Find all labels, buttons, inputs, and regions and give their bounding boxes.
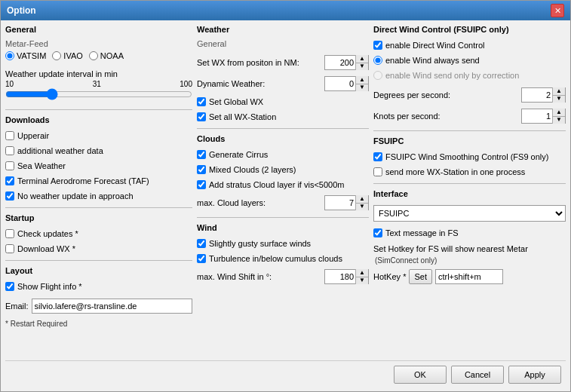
startup-download-wx[interactable]: Download WX * — [5, 244, 192, 253]
weather-title: Weather — [197, 25, 369, 34]
email-row: Email: — [5, 299, 192, 314]
text-message-fs[interactable]: Text message in FS — [373, 228, 566, 237]
max-wind-spinbox: ▲ ▼ — [324, 269, 369, 284]
slider-labels: 10 31 100 — [5, 80, 192, 88]
content-area: General Metar-Feed VATSIM IVAO — [1, 20, 570, 391]
interface-select[interactable]: FSUIPC SimConnect — [373, 205, 566, 222]
knots-value[interactable] — [522, 109, 552, 123]
left-panel: General Metar-Feed VATSIM IVAO — [5, 25, 192, 357]
knots-up-btn[interactable]: ▲ — [553, 109, 565, 117]
gusty-winds[interactable]: Slightly gusty surface winds — [197, 239, 369, 248]
turbulence[interactable]: Turbulence in/below cumulus clouds — [197, 254, 369, 263]
layout-show-flight-info[interactable]: Show Flight info * — [5, 282, 192, 291]
max-cloud-label: max. Cloud layers: — [197, 198, 321, 207]
max-cloud-spinbox: ▲ ▼ — [324, 195, 369, 210]
apply-button[interactable]: Apply — [508, 366, 561, 384]
degrees-spinbox: ▲ ▼ — [521, 87, 566, 103]
fsuipc-smoothing[interactable]: FSUIPC Wind Smoothing Control (FS9 only) — [373, 152, 566, 161]
max-cloud-row: max. Cloud layers: ▲ ▼ — [197, 195, 369, 210]
dl-upperair[interactable]: Upperair — [5, 131, 192, 140]
dl-additional-weather[interactable]: additional weather data — [5, 146, 192, 155]
hotkey-asterisk-label: HotKey * — [373, 272, 406, 281]
degrees-up-btn[interactable]: ▲ — [553, 87, 565, 96]
knots-row: Knots per second: ▲ ▼ — [373, 109, 566, 124]
close-button[interactable]: ✕ — [551, 4, 564, 17]
dl-taf[interactable]: Terminal Aerodrome Forecast (TAF) — [5, 176, 192, 185]
metar-feed-label: Metar-Feed — [5, 39, 192, 48]
radio-vatsim[interactable]: VATSIM — [5, 51, 46, 60]
email-input[interactable] — [32, 299, 192, 314]
degrees-down-btn[interactable]: ▼ — [553, 96, 565, 103]
wx-down-btn[interactable]: ▼ — [356, 63, 368, 71]
wind-title: Wind — [197, 223, 369, 232]
hotkey-row: HotKey * Set — [373, 269, 566, 284]
right-panel: Direct Wind Control (FSUIPC only) enable… — [373, 25, 566, 357]
set-global-wx[interactable]: Set Global WX — [197, 97, 369, 106]
dynamic-label: Dynamic Weather: — [197, 79, 321, 88]
max-wind-row: max. Wind Shift in °: ▲ ▼ — [197, 269, 369, 284]
email-label: Email: — [5, 302, 29, 311]
max-cloud-down-btn[interactable]: ▼ — [356, 204, 368, 211]
startup-check-updates[interactable]: Check updates * — [5, 229, 192, 238]
window-title: Option — [7, 5, 36, 16]
set-all-wx-station[interactable]: Set all WX-Station — [197, 112, 369, 121]
max-wind-up-btn[interactable]: ▲ — [356, 269, 368, 277]
dynamic-value[interactable] — [325, 77, 355, 90]
fsuipc-more-wx[interactable]: send more WX-Station in one process — [373, 167, 566, 176]
max-wind-value[interactable] — [325, 270, 355, 283]
simconnect-note: (SimConnect only) — [375, 256, 566, 265]
direct-wind-title: Direct Wind Control (FSUIPC only) — [373, 25, 566, 34]
downloads-title: Downloads — [5, 115, 192, 124]
clouds-title: Clouds — [197, 134, 369, 143]
enable-direct-wind[interactable]: enable Direct Wind Control — [373, 41, 566, 50]
max-cloud-value[interactable] — [325, 196, 355, 210]
radio-noaa[interactable]: NOAA — [89, 51, 124, 60]
weather-interval-slider[interactable] — [5, 89, 192, 100]
set-hotkey-button[interactable]: Set — [409, 269, 432, 284]
radio-ivao[interactable]: IVAO — [52, 51, 82, 60]
wx-position-row: Set WX from positon in NM: ▲ ▼ — [197, 55, 369, 70]
option-window: Option ✕ General Metar-Feed VATSIM — [0, 0, 571, 392]
hotkey-input[interactable] — [435, 269, 503, 284]
fsuipc-title: FSUIPC — [373, 136, 566, 145]
degrees-label: Degrees per second: — [373, 90, 518, 100]
knots-label: Knots per second: — [373, 112, 518, 121]
hotkey-desc: Set Hotkey for FS will show nearest Meta… — [373, 244, 566, 253]
ok-button[interactable]: OK — [394, 366, 447, 384]
degrees-value[interactable] — [522, 88, 552, 102]
radio-wind-correction[interactable]: enable Wind send only by correction — [373, 71, 566, 80]
restart-note: * Restart Required — [5, 320, 192, 328]
main-area: General Metar-Feed VATSIM IVAO — [5, 25, 566, 357]
degrees-row: Degrees per second: ▲ ▼ — [373, 87, 566, 103]
weather-interval-label: Weather update interval in min — [5, 69, 192, 78]
startup-title: Startup — [5, 213, 192, 222]
add-stratus-cloud[interactable]: Add stratus Cloud layer if vis<5000m — [197, 180, 369, 189]
radio-wind-always[interactable]: enable Wind always send — [373, 56, 566, 65]
dynamic-up-btn[interactable]: ▲ — [356, 76, 368, 84]
max-cloud-up-btn[interactable]: ▲ — [356, 195, 368, 204]
max-wind-down-btn[interactable]: ▼ — [356, 277, 368, 285]
generate-cirrus[interactable]: Generate Cirrus — [197, 150, 369, 159]
dynamic-spinbox: ▲ ▼ — [324, 76, 369, 91]
title-bar: Option ✕ — [1, 1, 570, 20]
interface-dropdown-row: FSUIPC SimConnect — [373, 205, 566, 222]
dynamic-weather-row: Dynamic Weather: ▲ ▼ — [197, 76, 369, 91]
dl-sea-weather[interactable]: Sea Weather — [5, 161, 192, 170]
knots-down-btn[interactable]: ▼ — [553, 117, 565, 124]
dl-no-update-approach[interactable]: No weather update in approach — [5, 191, 192, 201]
wx-up-btn[interactable]: ▲ — [356, 55, 368, 63]
middle-panel: Weather General Set WX from positon in N… — [197, 25, 369, 357]
footer: OK Cancel Apply — [5, 360, 566, 387]
interface-title: Interface — [373, 189, 566, 198]
mixed-clouds[interactable]: Mixed Clouds (2 layers) — [197, 165, 369, 174]
cancel-button[interactable]: Cancel — [451, 366, 504, 384]
wx-label: Set WX from positon in NM: — [197, 58, 321, 67]
layout-title: Layout — [5, 266, 192, 275]
weather-general-title: General — [197, 39, 369, 48]
knots-spinbox: ▲ ▼ — [521, 109, 566, 124]
wx-value[interactable] — [325, 56, 355, 69]
max-wind-label: max. Wind Shift in °: — [197, 272, 321, 281]
dynamic-down-btn[interactable]: ▼ — [356, 84, 368, 92]
wx-spinbox: ▲ ▼ — [324, 55, 369, 70]
general-section-title: General — [5, 25, 192, 34]
